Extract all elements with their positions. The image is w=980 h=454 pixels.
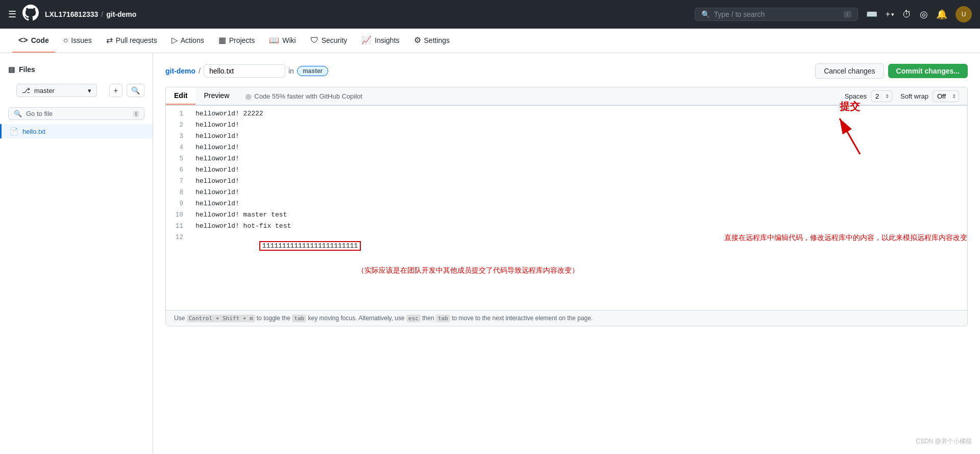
spaces-select[interactable]: 2 4 xyxy=(871,90,892,102)
go-to-file[interactable]: 🔍 Go to file t xyxy=(8,107,144,120)
code-line-10: helloworld! master test xyxy=(191,211,967,222)
line-num-6: 6 xyxy=(166,166,191,174)
nav-label-actions: Actions xyxy=(181,36,204,44)
tab-edit[interactable]: Edit xyxy=(166,87,195,105)
nav-item-issues[interactable]: ○ Issues xyxy=(57,29,98,53)
commit-label: 提交 xyxy=(840,100,860,113)
nav-item-code[interactable]: <> Code xyxy=(12,29,55,53)
clock-icon[interactable]: ⏱ xyxy=(902,9,912,20)
branch-icon: ⎇ xyxy=(22,86,30,94)
line-7-content: helloworld! xyxy=(191,177,967,185)
editor-footer: Use Control + Shift + m to toggle the ta… xyxy=(166,310,967,326)
actions-icon: ▷ xyxy=(172,35,178,45)
go-to-file-shortcut: t xyxy=(133,111,139,117)
insights-icon: 📈 xyxy=(361,35,372,45)
tab-preview[interactable]: Preview xyxy=(195,87,237,105)
breadcrumb-user[interactable]: LXL1716812333 xyxy=(45,10,98,18)
line-num-9: 9 xyxy=(166,200,191,207)
code-line-11: helloworld! hot-fix test xyxy=(191,222,967,233)
search-icon: 🔍 xyxy=(701,10,710,18)
soft-wrap-label: Soft wrap xyxy=(900,92,928,100)
cancel-changes-button[interactable]: Cancel changes xyxy=(815,63,884,79)
settings-icon: ⚙ xyxy=(414,35,421,45)
code-line: 3 xyxy=(166,132,191,144)
nav-label-pr: Pull requests xyxy=(116,36,157,44)
search-box[interactable]: 🔍 / xyxy=(695,8,858,21)
file-icon: 📄 xyxy=(10,127,18,135)
top-navigation: ☰ LXL1716812333 / git-demo 🔍 / ⌨️ + ▾ ⏱ … xyxy=(0,0,980,29)
code-line: 1 xyxy=(166,110,191,121)
code-line: 5 xyxy=(166,155,191,166)
code-line: 11 xyxy=(166,222,191,233)
line-num-11: 11 xyxy=(166,222,191,230)
commit-changes-button[interactable]: Commit changes... xyxy=(888,64,968,78)
code-content[interactable]: 1 2 3 4 5 6 7 8 9 10 11 12 xyxy=(166,106,967,310)
wiki-icon: 📖 xyxy=(269,35,279,45)
breadcrumb-path: git-demo / in master xyxy=(165,64,328,78)
spaces-label: Spaces xyxy=(845,92,867,100)
search-file-button[interactable]: 🔍 xyxy=(127,84,144,97)
footer-text: Use Control + Shift + m to toggle the ta… xyxy=(174,315,593,322)
nav-item-projects[interactable]: ▦ Projects xyxy=(212,29,261,53)
files-icon: ▤ xyxy=(8,65,15,74)
nav-item-settings[interactable]: ⚙ Settings xyxy=(408,29,456,53)
search-small-icon: 🔍 xyxy=(14,110,22,117)
github-logo xyxy=(22,5,39,24)
annotation-line2: （实际应该是在团队开发中其他成员提交了代码导致远程库内容改变） xyxy=(357,266,579,274)
code-lines-content[interactable]: helloworld! 22222 helloworld! helloworld… xyxy=(191,110,967,283)
line-8-content: helloworld! xyxy=(191,188,967,196)
line-12-content: 111111111111111111111111 xyxy=(191,233,712,258)
line-9-content: helloworld! xyxy=(191,200,967,207)
file-name-input[interactable] xyxy=(204,64,285,78)
pr-icon: ⇄ xyxy=(106,35,113,45)
annotation-line1: 直接在远程库中编辑代码，修改远程库中的内容，以此来模拟远程库内容改变 xyxy=(724,233,967,242)
in-label: in xyxy=(288,67,294,75)
code-line-5: helloworld! xyxy=(191,155,967,166)
soft-wrap-select[interactable]: Off On xyxy=(933,90,959,102)
branch-selector[interactable]: ⎇ master ▾ xyxy=(16,84,97,97)
code-line: 12 xyxy=(166,233,191,245)
plus-button[interactable]: + ▾ xyxy=(886,10,894,19)
sidebar-header: ▤ Files xyxy=(0,61,153,78)
breadcrumb-repo-link[interactable]: git-demo xyxy=(165,67,195,75)
nav-item-actions[interactable]: ▷ Actions xyxy=(165,29,210,53)
file-name: hello.txt xyxy=(22,128,45,135)
avatar[interactable]: U xyxy=(955,6,972,22)
line-11-content: helloworld! hot-fix test xyxy=(191,222,967,230)
nav-item-insights[interactable]: 📈 Insights xyxy=(355,29,405,53)
branch-chevron-icon: ▾ xyxy=(88,87,91,94)
nav-label-settings: Settings xyxy=(424,36,450,44)
nav-item-wiki[interactable]: 📖 Wiki xyxy=(263,29,302,53)
command-palette-icon[interactable]: ⌨️ xyxy=(866,9,877,20)
repo-navigation: <> Code ○ Issues ⇄ Pull requests ▷ Actio… xyxy=(0,29,980,53)
nav-breadcrumb: LXL1716812333 / git-demo xyxy=(45,10,136,18)
code-line: 9 xyxy=(166,200,191,211)
line-6-content: helloworld! xyxy=(191,166,967,174)
nav-label-issues: Issues xyxy=(71,36,91,44)
notification-icon[interactable]: 🔔 xyxy=(936,9,947,20)
sidebar-title: Files xyxy=(19,65,35,74)
watermark: CSDN @养个小橘猫 xyxy=(916,437,972,446)
top-nav-right: ⌨️ + ▾ ⏱ ◎ 🔔 U xyxy=(866,6,972,22)
nav-item-pull-requests[interactable]: ⇄ Pull requests xyxy=(100,29,163,53)
line-num-12: 12 xyxy=(166,233,191,241)
copilot-icon[interactable]: ◎ xyxy=(920,9,928,20)
search-input[interactable] xyxy=(714,10,840,18)
sidebar: ▤ Files ⎇ master ▾ + 🔍 🔍 Go to file t 📄 … xyxy=(0,53,153,454)
line-num-8: 8 xyxy=(166,188,191,196)
add-file-button[interactable]: + xyxy=(109,84,122,97)
editor-actions: Cancel changes Commit changes... xyxy=(815,63,968,79)
commit-arrow-icon xyxy=(835,113,865,154)
commit-annotation: 提交 xyxy=(835,100,865,154)
line-num-7: 7 xyxy=(166,177,191,185)
code-line-9: helloworld! xyxy=(191,200,967,211)
copilot-hint-text: Code 55% faster with GitHub Copilot xyxy=(254,92,362,100)
line-numbers: 1 2 3 4 5 6 7 8 9 10 11 12 xyxy=(166,110,191,283)
nav-item-security[interactable]: 🛡 Security xyxy=(304,29,354,53)
plus-chevron: ▾ xyxy=(891,11,894,18)
line-num-2: 2 xyxy=(166,121,191,129)
breadcrumb-repo[interactable]: git-demo xyxy=(106,10,136,18)
file-item-hello-txt[interactable]: 📄 hello.txt xyxy=(0,124,153,138)
code-line-6: helloworld! xyxy=(191,166,967,177)
hamburger-icon[interactable]: ☰ xyxy=(8,9,16,20)
